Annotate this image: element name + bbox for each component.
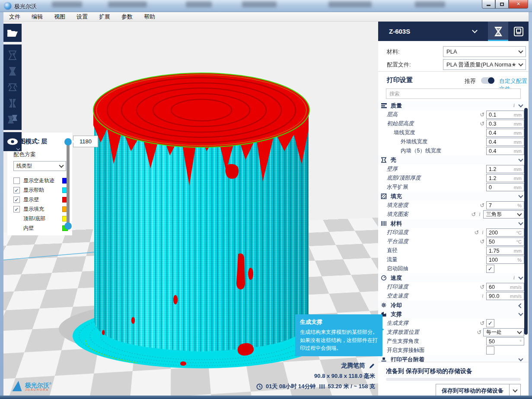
chevron-down-icon[interactable] (518, 220, 523, 225)
setting-value-input[interactable]: 1.75mm (486, 247, 524, 255)
material-select[interactable]: PLA (443, 46, 526, 57)
setting-value-input[interactable]: 0mm (486, 183, 524, 191)
revert-icon[interactable]: ↺ (479, 202, 485, 209)
section-header-壳[interactable]: 壳 (378, 155, 529, 165)
revert-icon[interactable]: ↺ (479, 238, 485, 245)
setting-value: 0 (489, 184, 514, 190)
view-mode-button[interactable] (3, 132, 22, 151)
rotate-tool-icon[interactable] (7, 82, 18, 93)
chevron-down-icon[interactable] (518, 102, 523, 107)
chevron-down-icon[interactable] (518, 356, 523, 361)
settings-scrollbar[interactable] (524, 108, 528, 335)
section-label: 支撑 (391, 310, 519, 318)
menu-parameters[interactable]: 参数 (116, 13, 138, 21)
printer-monitor-icon (513, 26, 524, 37)
section-header-材料[interactable]: 材料 (378, 219, 529, 228)
per-model-settings-icon[interactable] (7, 114, 18, 125)
setting-value-input[interactable]: 0.4mm (486, 147, 524, 155)
setting-checkbox[interactable] (486, 346, 494, 355)
setting-value-input[interactable]: 100% (486, 256, 524, 264)
chevron-down-icon[interactable] (518, 311, 523, 316)
info-icon[interactable]: i (513, 275, 515, 281)
view-option-checkbox[interactable]: ✓ (13, 187, 20, 193)
info-icon[interactable]: i (481, 229, 485, 236)
title-bar[interactable]: 极光尔沃 (0, 0, 532, 12)
setting-value-input[interactable]: 1.2mm (486, 165, 524, 173)
setting-value-input[interactable]: 90.0mm/s (486, 292, 524, 300)
profile-select[interactable]: PLA 普通质量(PLA Normal Qua ★ (443, 59, 526, 70)
setting-unit: mm/s (510, 285, 522, 290)
section-header-冷却[interactable]: 冷却 (378, 301, 529, 310)
chevron-down-icon[interactable] (518, 193, 523, 198)
tab-prepare-slice[interactable] (488, 22, 508, 41)
move-tool-icon[interactable] (7, 50, 18, 61)
section-header-质量[interactable]: 质量i (378, 101, 529, 110)
setting-label: 填充密度 (378, 202, 479, 209)
setting-value-input[interactable]: 50° (486, 337, 524, 345)
chevron-left-icon[interactable] (518, 303, 523, 308)
scale-tool-icon[interactable] (7, 66, 18, 77)
view-option-checkbox[interactable]: ✓ (13, 196, 20, 203)
tab-monitor-printer[interactable] (508, 22, 529, 41)
open-file-button[interactable] (3, 24, 22, 42)
setting-value-input[interactable]: 60mm/s (486, 283, 524, 291)
layer-slider-lower-handle[interactable] (64, 222, 72, 230)
menu-help[interactable]: 帮助 (138, 13, 161, 21)
view-option-label: 顶部/底部 (23, 215, 62, 222)
mirror-tool-icon[interactable] (7, 98, 18, 109)
view-option-label: 显示帮助 (23, 187, 62, 194)
recommended-label: 推荐 (465, 77, 476, 85)
section-header-打印平台附着[interactable]: 打印平台附着 (378, 355, 529, 362)
revert-icon[interactable]: ↺ (479, 284, 485, 290)
setting-checkbox[interactable]: ✓ (486, 319, 494, 327)
revert-icon[interactable]: ↺ (479, 111, 485, 118)
view-option-checkbox[interactable] (13, 177, 20, 184)
menu-settings[interactable]: 设置 (71, 13, 93, 21)
setting-value-input[interactable]: 0.1mm (486, 111, 524, 119)
setting-dropdown[interactable]: 每一处 (483, 328, 524, 336)
layer-slider-track[interactable] (67, 141, 70, 226)
setting-value-input[interactable]: 0.4mm (486, 138, 524, 146)
setting-value-input[interactable]: 1.2mm (486, 174, 524, 182)
search-input[interactable] (386, 89, 521, 99)
setting-label: 启动回抽 (378, 265, 486, 272)
menu-edit[interactable]: 编辑 (26, 13, 48, 21)
revert-icon[interactable]: ↺ (471, 211, 477, 218)
chevron-down-icon[interactable] (518, 157, 523, 162)
setting-unit: °C (516, 230, 522, 235)
color-scheme-select[interactable]: 线类型 (13, 161, 66, 171)
info-icon[interactable]: i (478, 211, 482, 218)
setting-value: 三角形 (486, 211, 518, 218)
setting-value-input[interactable]: 50°C (486, 238, 524, 246)
setting-checkbox[interactable]: ✓ (486, 265, 494, 273)
edit-pencil-icon[interactable] (369, 363, 375, 369)
info-icon[interactable]: i (481, 293, 485, 299)
maximize-button[interactable] (495, 0, 509, 9)
close-button[interactable]: ✕ (509, 0, 528, 9)
section-header-支撑[interactable]: 支撑 (378, 310, 529, 319)
machine-selector[interactable]: Z-603S (378, 28, 473, 35)
revert-icon[interactable]: ↺ (476, 329, 482, 336)
recommended-custom-toggle[interactable] (481, 77, 495, 84)
revert-icon[interactable]: ↺ (474, 229, 480, 236)
setting-dropdown[interactable]: 三角形 (483, 210, 524, 218)
section-header-速度[interactable]: 速度i (378, 273, 529, 282)
menu-extensions[interactable]: 扩展 (93, 13, 116, 21)
setting-value-input[interactable]: 7% (486, 201, 524, 209)
minimize-button[interactable] (482, 0, 495, 9)
menu-view[interactable]: 视图 (48, 13, 71, 21)
info-icon[interactable]: i (513, 102, 515, 109)
setting-value-input[interactable]: 0.4mm (486, 129, 524, 137)
section-header-填充[interactable]: 填充 (378, 192, 529, 201)
view-option-checkbox[interactable]: ✓ (13, 206, 20, 212)
menu-file[interactable]: 文件 (3, 13, 26, 21)
setting-row-产生支撑角度: 产生支撑角度50° (378, 337, 529, 346)
setting-value-input[interactable]: 0.3mm (486, 120, 524, 128)
setting-value-input[interactable]: 200°C (486, 228, 524, 237)
chevron-down-icon[interactable] (518, 275, 523, 279)
shell-icon (380, 157, 387, 163)
chevron-down-icon[interactable] (472, 28, 478, 33)
window-frame (529, 12, 532, 396)
revert-icon[interactable]: ↺ (479, 320, 485, 326)
revert-icon[interactable]: ↺ (479, 120, 485, 127)
